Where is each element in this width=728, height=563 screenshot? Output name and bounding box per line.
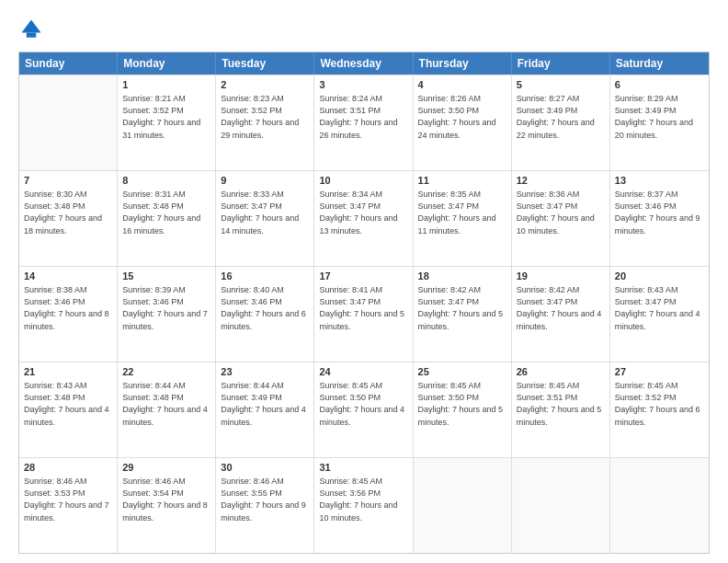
calendar-cell: 31Sunrise: 8:45 AMSunset: 3:56 PMDayligh… xyxy=(314,458,413,553)
day-number: 10 xyxy=(319,174,407,188)
cell-info: Sunrise: 8:31 AMSunset: 3:48 PMDaylight:… xyxy=(122,189,210,236)
calendar-cell: 25Sunrise: 8:45 AMSunset: 3:50 PMDayligh… xyxy=(414,362,512,457)
calendar-cell: 8Sunrise: 8:31 AMSunset: 3:48 PMDaylight… xyxy=(118,171,216,266)
calendar-header-cell: Saturday xyxy=(610,52,709,75)
cell-info: Sunrise: 8:39 AMSunset: 3:46 PMDaylight:… xyxy=(122,284,210,332)
logo-icon xyxy=(18,17,44,42)
calendar-row: 1Sunrise: 8:21 AMSunset: 3:52 PMDaylight… xyxy=(19,75,709,170)
calendar-cell: 27Sunrise: 8:45 AMSunset: 3:52 PMDayligh… xyxy=(610,362,709,457)
calendar-cell: 2Sunrise: 8:23 AMSunset: 3:52 PMDaylight… xyxy=(216,75,314,170)
calendar-header-cell: Tuesday xyxy=(216,52,314,75)
cell-info: Sunrise: 8:42 AMSunset: 3:47 PMDaylight:… xyxy=(418,284,506,332)
cell-info: Sunrise: 8:24 AMSunset: 3:51 PMDaylight:… xyxy=(319,93,407,141)
logo xyxy=(18,17,48,42)
calendar-cell: 14Sunrise: 8:38 AMSunset: 3:46 PMDayligh… xyxy=(19,267,118,362)
calendar-cell xyxy=(512,458,610,553)
calendar-row: 21Sunrise: 8:43 AMSunset: 3:48 PMDayligh… xyxy=(19,362,709,457)
day-number: 12 xyxy=(517,174,605,188)
calendar-body: 1Sunrise: 8:21 AMSunset: 3:52 PMDaylight… xyxy=(19,75,709,553)
day-number: 2 xyxy=(221,78,309,92)
day-number: 7 xyxy=(24,174,112,188)
calendar-cell: 28Sunrise: 8:46 AMSunset: 3:53 PMDayligh… xyxy=(19,458,118,553)
cell-info: Sunrise: 8:45 AMSunset: 3:50 PMDaylight:… xyxy=(418,380,506,428)
calendar-cell: 12Sunrise: 8:36 AMSunset: 3:47 PMDayligh… xyxy=(512,171,610,266)
day-number: 31 xyxy=(319,461,407,475)
cell-info: Sunrise: 8:37 AMSunset: 3:46 PMDaylight:… xyxy=(615,189,704,236)
calendar-cell: 10Sunrise: 8:34 AMSunset: 3:47 PMDayligh… xyxy=(314,171,413,266)
calendar-cell: 22Sunrise: 8:44 AMSunset: 3:48 PMDayligh… xyxy=(118,362,216,457)
calendar-row: 28Sunrise: 8:46 AMSunset: 3:53 PMDayligh… xyxy=(19,457,709,553)
cell-info: Sunrise: 8:23 AMSunset: 3:52 PMDaylight:… xyxy=(221,93,309,141)
cell-info: Sunrise: 8:35 AMSunset: 3:47 PMDaylight:… xyxy=(418,189,506,236)
cell-info: Sunrise: 8:45 AMSunset: 3:50 PMDaylight:… xyxy=(319,380,407,428)
calendar-cell: 11Sunrise: 8:35 AMSunset: 3:47 PMDayligh… xyxy=(414,171,512,266)
day-number: 17 xyxy=(319,270,407,283)
calendar-cell: 29Sunrise: 8:46 AMSunset: 3:54 PMDayligh… xyxy=(118,458,216,553)
cell-info: Sunrise: 8:21 AMSunset: 3:52 PMDaylight:… xyxy=(122,93,210,141)
calendar-cell: 18Sunrise: 8:42 AMSunset: 3:47 PMDayligh… xyxy=(414,267,512,362)
calendar-header-row: SundayMondayTuesdayWednesdayThursdayFrid… xyxy=(19,52,709,75)
page: SundayMondayTuesdayWednesdayThursdayFrid… xyxy=(0,0,728,563)
day-number: 20 xyxy=(615,270,704,283)
day-number: 1 xyxy=(122,78,210,92)
calendar-cell: 20Sunrise: 8:43 AMSunset: 3:47 PMDayligh… xyxy=(610,267,709,362)
calendar-cell: 13Sunrise: 8:37 AMSunset: 3:46 PMDayligh… xyxy=(610,171,709,266)
calendar-cell: 3Sunrise: 8:24 AMSunset: 3:51 PMDaylight… xyxy=(314,75,413,170)
cell-info: Sunrise: 8:41 AMSunset: 3:47 PMDaylight:… xyxy=(319,284,407,332)
calendar-cell: 15Sunrise: 8:39 AMSunset: 3:46 PMDayligh… xyxy=(118,267,216,362)
day-number: 18 xyxy=(418,270,506,283)
day-number: 21 xyxy=(24,365,112,379)
cell-info: Sunrise: 8:36 AMSunset: 3:47 PMDaylight:… xyxy=(517,189,605,236)
day-number: 30 xyxy=(221,461,309,475)
calendar-cell xyxy=(414,458,512,553)
calendar-cell: 17Sunrise: 8:41 AMSunset: 3:47 PMDayligh… xyxy=(314,267,413,362)
svg-rect-1 xyxy=(27,33,37,38)
day-number: 16 xyxy=(221,270,309,283)
cell-info: Sunrise: 8:45 AMSunset: 3:51 PMDaylight:… xyxy=(517,380,605,428)
cell-info: Sunrise: 8:45 AMSunset: 3:56 PMDaylight:… xyxy=(319,476,407,523)
calendar-cell: 16Sunrise: 8:40 AMSunset: 3:46 PMDayligh… xyxy=(216,267,314,362)
cell-info: Sunrise: 8:44 AMSunset: 3:49 PMDaylight:… xyxy=(221,380,309,428)
calendar-cell: 23Sunrise: 8:44 AMSunset: 3:49 PMDayligh… xyxy=(216,362,314,457)
day-number: 9 xyxy=(221,174,309,188)
day-number: 28 xyxy=(24,461,112,475)
calendar-header-cell: Wednesday xyxy=(314,52,413,75)
cell-info: Sunrise: 8:46 AMSunset: 3:54 PMDaylight:… xyxy=(122,476,210,523)
calendar-cell: 30Sunrise: 8:46 AMSunset: 3:55 PMDayligh… xyxy=(216,458,314,553)
cell-info: Sunrise: 8:29 AMSunset: 3:49 PMDaylight:… xyxy=(615,93,704,141)
day-number: 19 xyxy=(517,270,605,283)
day-number: 14 xyxy=(24,270,112,283)
cell-info: Sunrise: 8:42 AMSunset: 3:47 PMDaylight:… xyxy=(517,284,605,332)
cell-info: Sunrise: 8:43 AMSunset: 3:47 PMDaylight:… xyxy=(615,284,704,332)
calendar-row: 7Sunrise: 8:30 AMSunset: 3:48 PMDaylight… xyxy=(19,170,709,266)
calendar-header-cell: Monday xyxy=(118,52,216,75)
calendar-header-cell: Friday xyxy=(512,52,610,75)
day-number: 25 xyxy=(418,365,506,379)
svg-marker-0 xyxy=(22,20,41,33)
day-number: 26 xyxy=(517,365,605,379)
calendar-cell: 4Sunrise: 8:26 AMSunset: 3:50 PMDaylight… xyxy=(414,75,512,170)
calendar-cell: 9Sunrise: 8:33 AMSunset: 3:47 PMDaylight… xyxy=(216,171,314,266)
calendar-cell: 19Sunrise: 8:42 AMSunset: 3:47 PMDayligh… xyxy=(512,267,610,362)
day-number: 6 xyxy=(615,78,704,92)
day-number: 4 xyxy=(418,78,506,92)
day-number: 22 xyxy=(122,365,210,379)
calendar-cell xyxy=(610,458,709,553)
cell-info: Sunrise: 8:46 AMSunset: 3:53 PMDaylight:… xyxy=(24,476,112,523)
calendar-cell: 6Sunrise: 8:29 AMSunset: 3:49 PMDaylight… xyxy=(610,75,709,170)
day-number: 24 xyxy=(319,365,407,379)
day-number: 3 xyxy=(319,78,407,92)
calendar-cell: 26Sunrise: 8:45 AMSunset: 3:51 PMDayligh… xyxy=(512,362,610,457)
day-number: 23 xyxy=(221,365,309,379)
calendar-cell: 5Sunrise: 8:27 AMSunset: 3:49 PMDaylight… xyxy=(512,75,610,170)
day-number: 29 xyxy=(122,461,210,475)
cell-info: Sunrise: 8:46 AMSunset: 3:55 PMDaylight:… xyxy=(221,476,309,523)
cell-info: Sunrise: 8:27 AMSunset: 3:49 PMDaylight:… xyxy=(517,93,605,141)
cell-info: Sunrise: 8:45 AMSunset: 3:52 PMDaylight:… xyxy=(615,380,704,428)
calendar-cell: 21Sunrise: 8:43 AMSunset: 3:48 PMDayligh… xyxy=(19,362,118,457)
calendar-cell: 1Sunrise: 8:21 AMSunset: 3:52 PMDaylight… xyxy=(118,75,216,170)
cell-info: Sunrise: 8:40 AMSunset: 3:46 PMDaylight:… xyxy=(221,284,309,332)
day-number: 8 xyxy=(122,174,210,188)
day-number: 13 xyxy=(615,174,704,188)
cell-info: Sunrise: 8:34 AMSunset: 3:47 PMDaylight:… xyxy=(319,189,407,236)
